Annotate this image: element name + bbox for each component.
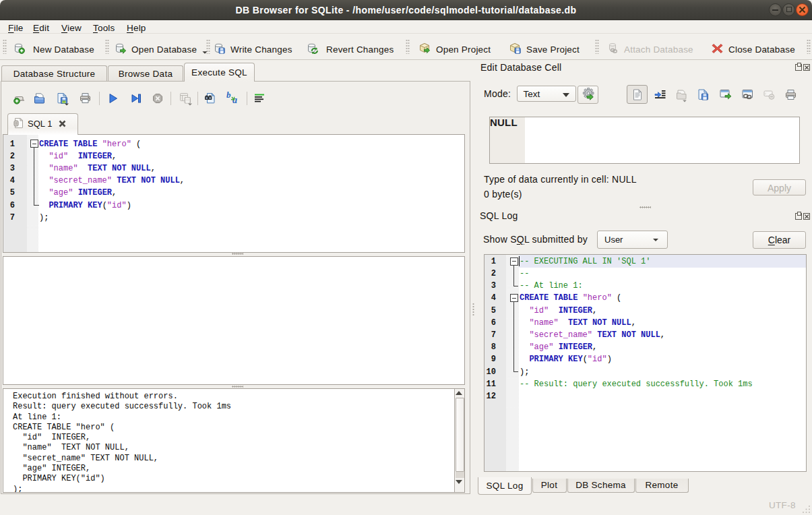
svg-text:b: b — [226, 91, 231, 100]
